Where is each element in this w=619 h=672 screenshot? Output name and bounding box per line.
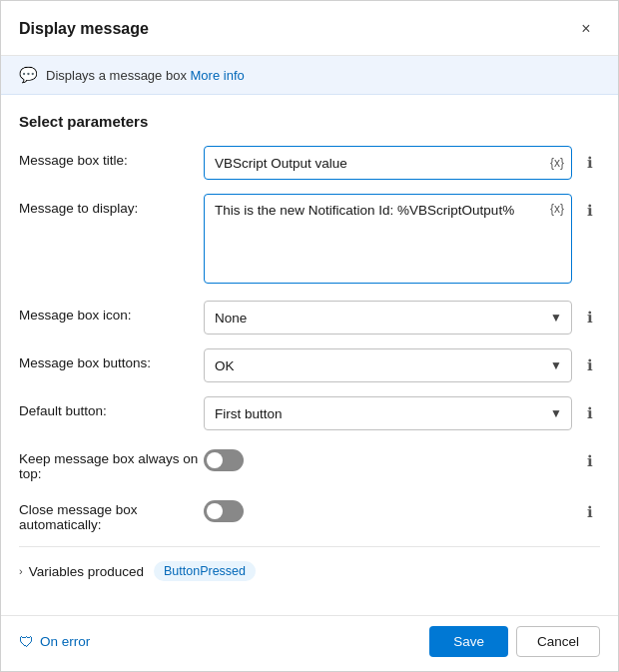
default-button-select-wrap: First button Second button Third button … — [204, 396, 572, 430]
toggle-slider-keep-on-top — [204, 449, 244, 471]
message-box-buttons-row: Message box buttons: OK OK - Cancel Yes … — [19, 348, 600, 382]
close-auto-label: Close message box automatically: — [19, 495, 204, 532]
message-to-display-wrap: {x} — [204, 194, 572, 287]
keep-on-top-toggle[interactable] — [204, 449, 244, 471]
on-error-button[interactable]: 🛡 On error — [19, 633, 90, 650]
banner-description: Displays a message box — [46, 68, 187, 83]
close-button[interactable]: × — [572, 15, 600, 43]
message-box-icon-select[interactable]: None Information Warning Error Question — [204, 301, 572, 335]
info-icon-keep-on-top[interactable]: ℹ — [580, 451, 600, 471]
close-auto-row: Close message box automatically: ℹ — [19, 495, 600, 532]
message-to-display-row: Message to display: {x} ℹ — [19, 194, 600, 287]
message-box-icon: 💬 — [19, 66, 38, 84]
message-box-icon-control: None Information Warning Error Question … — [204, 301, 600, 335]
info-icon-message[interactable]: ℹ — [580, 201, 600, 221]
dialog-title: Display message — [19, 20, 149, 38]
message-box-title-label: Message box title: — [19, 146, 204, 168]
message-box-buttons-label: Message box buttons: — [19, 348, 204, 370]
variables-section-label: Variables produced — [29, 564, 144, 579]
message-box-buttons-select[interactable]: OK OK - Cancel Yes - No Yes - No - Cance… — [204, 348, 572, 382]
info-icon-title[interactable]: ℹ — [580, 153, 600, 173]
close-auto-toggle[interactable] — [204, 500, 244, 522]
variable-badge[interactable]: ButtonPressed — [154, 561, 256, 581]
footer-actions: Save Cancel — [429, 626, 600, 657]
close-auto-control: ℹ — [204, 495, 600, 522]
info-icon-box-icon[interactable]: ℹ — [580, 308, 600, 328]
shield-icon: 🛡 — [19, 633, 34, 650]
chevron-right-icon: › — [19, 565, 23, 577]
keep-on-top-control: ℹ — [204, 444, 600, 471]
keep-on-top-toggle-wrap — [204, 449, 244, 471]
variables-section: › Variables produced ButtonPressed — [19, 546, 600, 593]
variables-toggle[interactable]: › Variables produced — [19, 564, 144, 579]
info-icon-buttons[interactable]: ℹ — [580, 355, 600, 375]
message-box-buttons-select-wrap: OK OK - Cancel Yes - No Yes - No - Cance… — [204, 348, 572, 382]
info-icon-close-auto[interactable]: ℹ — [580, 502, 600, 522]
toggle-slider-close-auto — [204, 500, 244, 522]
message-box-icon-label: Message box icon: — [19, 301, 204, 323]
message-box-icon-row: Message box icon: None Information Warni… — [19, 301, 600, 335]
message-box-title-input[interactable] — [204, 146, 572, 180]
main-content: Select parameters Message box title: {x}… — [1, 95, 618, 615]
message-to-display-input[interactable] — [204, 194, 572, 284]
message-box-icon-select-wrap: None Information Warning Error Question … — [204, 301, 572, 335]
close-auto-toggle-wrap — [204, 500, 244, 522]
footer: 🛡 On error Save Cancel — [1, 615, 618, 671]
default-button-label: Default button: — [19, 396, 204, 418]
message-box-title-row: Message box title: {x} ℹ — [19, 146, 600, 180]
on-error-label: On error — [40, 634, 90, 649]
cancel-button[interactable]: Cancel — [516, 626, 600, 657]
default-button-control: First button Second button Third button … — [204, 396, 600, 430]
info-icon-default-button[interactable]: ℹ — [580, 403, 600, 423]
message-box-buttons-control: OK OK - Cancel Yes - No Yes - No - Cance… — [204, 348, 600, 382]
save-button[interactable]: Save — [429, 626, 508, 657]
section-title: Select parameters — [19, 113, 600, 130]
title-bar: Display message × — [1, 1, 618, 56]
message-box-title-control: {x} ℹ — [204, 146, 600, 180]
banner-text: Displays a message box More info — [46, 68, 245, 83]
keep-on-top-label: Keep message box always on top: — [19, 444, 204, 481]
keep-on-top-row: Keep message box always on top: ℹ — [19, 444, 600, 481]
default-button-select[interactable]: First button Second button Third button — [204, 396, 572, 430]
message-to-display-control: {x} ℹ — [204, 194, 600, 287]
more-info-link[interactable]: More info — [191, 68, 245, 83]
message-to-display-label: Message to display: — [19, 194, 204, 216]
message-box-title-input-wrap: {x} — [204, 146, 572, 180]
default-button-row: Default button: First button Second butt… — [19, 396, 600, 430]
info-banner: 💬 Displays a message box More info — [1, 56, 618, 95]
